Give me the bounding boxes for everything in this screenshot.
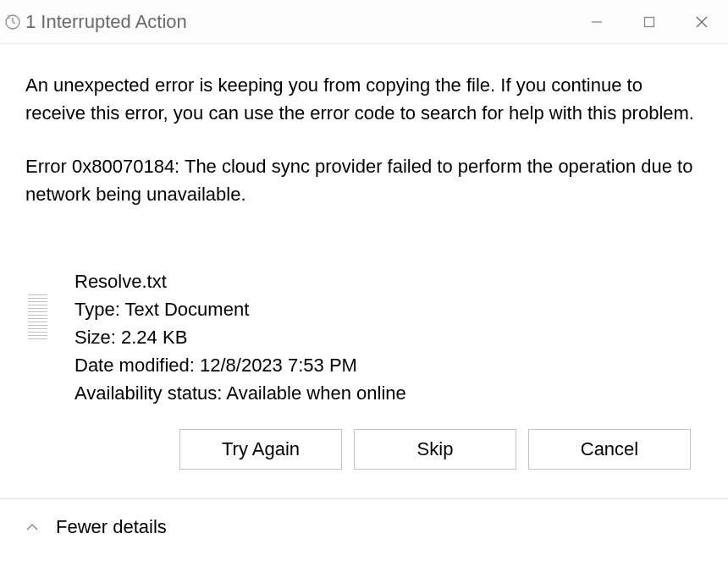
window-title: 1 Interrupted Action <box>25 11 571 33</box>
file-size: Size: 2.24 KB <box>74 323 406 351</box>
dialog-content: An unexpected error is keeping you from … <box>0 44 728 470</box>
skip-button[interactable]: Skip <box>354 429 516 470</box>
cancel-button[interactable]: Cancel <box>528 429 691 470</box>
file-modified: Date modified: 12/8/2023 7:53 PM <box>74 351 406 379</box>
file-details: Resolve.txt Type: Text Document Size: 2.… <box>74 267 406 407</box>
close-button[interactable] <box>676 0 728 43</box>
svg-rect-3 <box>645 17 654 26</box>
try-again-button[interactable]: Try Again <box>179 429 342 470</box>
file-info: Resolve.txt Type: Text Document Size: 2.… <box>25 267 703 407</box>
text-file-icon <box>25 291 63 345</box>
minimize-button[interactable] <box>571 0 623 43</box>
file-type: Type: Text Document <box>74 295 406 323</box>
file-availability: Availability status: Available when onli… <box>74 379 406 407</box>
maximize-button[interactable] <box>623 0 676 43</box>
clock-history-icon: L <box>3 14 20 30</box>
titlebar: L 1 Interrupted Action <box>0 0 728 44</box>
window-controls <box>571 0 728 43</box>
svg-text:L: L <box>8 14 11 19</box>
action-buttons: Try Again Skip Cancel <box>25 429 703 470</box>
chevron-up-icon <box>25 523 39 531</box>
file-name: Resolve.txt <box>74 267 406 295</box>
error-message: An unexpected error is keeping you from … <box>25 71 703 127</box>
details-toggle[interactable]: Fewer details <box>0 499 728 555</box>
error-code-text: Error 0x80070184: The cloud sync provide… <box>25 152 703 208</box>
details-toggle-label: Fewer details <box>56 516 167 538</box>
